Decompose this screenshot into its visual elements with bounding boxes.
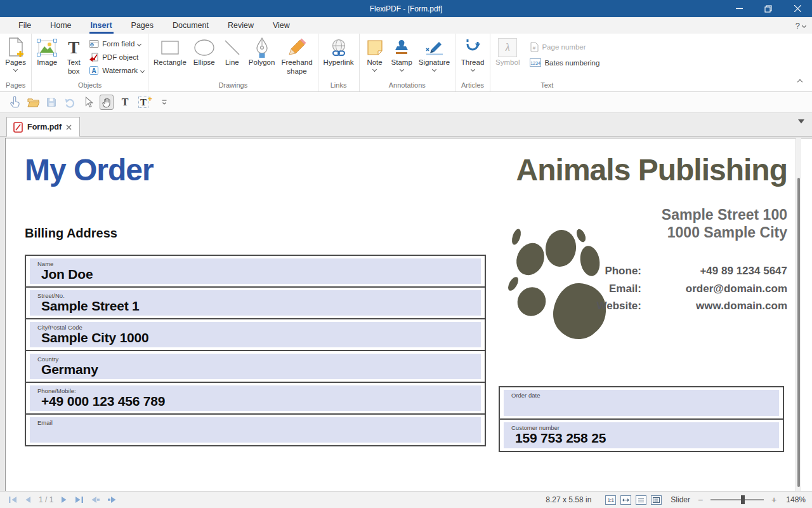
zoom-slider-track[interactable]: [710, 499, 764, 500]
billing-address-heading: Billing Address: [25, 226, 117, 241]
line-button[interactable]: Line: [219, 36, 246, 67]
contact-website: Website: www.domain.com: [578, 297, 787, 315]
menu-document[interactable]: Document: [163, 17, 218, 34]
actual-size-button[interactable]: 1:1: [605, 495, 616, 505]
menu-insert[interactable]: Insert: [81, 17, 122, 34]
rectangle-button[interactable]: Rectangle: [150, 36, 190, 67]
svg-text:1234: 1234: [531, 61, 541, 65]
chevron-down-icon: [802, 23, 806, 28]
pan-tool-active[interactable]: [100, 95, 114, 110]
menu-home[interactable]: Home: [41, 17, 81, 34]
ribbon-group-objects: Image T Text box Form field PDF object A: [32, 34, 148, 91]
collapse-ribbon-button[interactable]: [797, 79, 802, 84]
image-button[interactable]: Image: [34, 36, 60, 67]
group-caption-links: Links: [320, 81, 357, 91]
group-caption-objects: Objects: [34, 81, 146, 91]
fit-width-button[interactable]: [620, 495, 631, 505]
watermark-icon: A: [89, 65, 99, 76]
restore-icon: [764, 5, 772, 13]
note-button[interactable]: Note: [362, 36, 388, 71]
group-caption-pages: Pages: [2, 81, 29, 91]
hyperlink-button[interactable]: Hyperlink: [320, 36, 357, 67]
close-button[interactable]: [783, 0, 812, 17]
next-view-button[interactable]: [107, 496, 117, 504]
form-field-name[interactable]: Name Jon Doe: [30, 258, 481, 284]
tab-list-dropdown[interactable]: [798, 119, 804, 124]
bates-numbering-button[interactable]: 1234 Bates numbering: [528, 57, 601, 69]
tab-label: Form.pdf: [27, 123, 62, 131]
next-page-button[interactable]: [61, 496, 68, 504]
form-field-order-date[interactable]: Order date: [504, 390, 779, 416]
ribbon-group-text: λ Symbol # Page number 1234 Bates number…: [490, 34, 603, 91]
zoom-slider-handle[interactable]: [741, 495, 745, 504]
menu-file[interactable]: File: [9, 17, 41, 34]
svg-text:A: A: [92, 67, 96, 74]
undo-icon: [64, 97, 75, 108]
form-field-country[interactable]: Country Germany: [30, 354, 481, 379]
open-button[interactable]: [26, 95, 40, 110]
text-box-button[interactable]: T Text box: [60, 36, 87, 76]
single-page-view-button[interactable]: [636, 495, 646, 505]
previous-page-button[interactable]: [24, 496, 31, 504]
form-field-email[interactable]: Email: [30, 417, 481, 443]
ellipse-icon: [193, 37, 216, 58]
company-address: Sample Street 100 1000 Sample City: [662, 206, 787, 241]
stamp-button[interactable]: Stamp: [388, 36, 416, 71]
contact-email: Email: order@domain.com: [578, 280, 787, 298]
tab-form-pdf[interactable]: Form.pdf: [6, 117, 80, 137]
first-page-button[interactable]: [8, 496, 17, 504]
menu-bar: File Home Insert Pages Document Review V…: [0, 17, 812, 34]
hand-icon: [102, 97, 112, 108]
polygon-button[interactable]: Polygon: [246, 36, 278, 67]
save-button[interactable]: [44, 95, 58, 110]
ellipse-button[interactable]: Ellipse: [190, 36, 219, 67]
order-fieldset: Order date Customer number 159 753 258 2…: [499, 386, 784, 452]
group-caption-text: Text: [492, 81, 601, 91]
image-icon: [37, 37, 57, 58]
restore-button[interactable]: [754, 0, 783, 17]
pdf-object-button[interactable]: PDF object: [87, 51, 146, 63]
pages-button[interactable]: Pages: [2, 36, 29, 71]
chevron-down-icon: [137, 41, 141, 46]
help-icon: ?: [796, 21, 800, 30]
form-field-customer-number[interactable]: Customer number 159 753 258 25: [504, 422, 779, 448]
undo-button[interactable]: [63, 95, 77, 110]
thread-button[interactable]: Thread: [458, 36, 487, 71]
form-field-street[interactable]: Street/No. Sample Street 1: [30, 290, 481, 316]
minimize-button[interactable]: [724, 0, 754, 17]
previous-view-button[interactable]: [91, 496, 100, 504]
text-tool[interactable]: T: [118, 95, 132, 110]
last-page-button[interactable]: [75, 496, 84, 504]
open-folder-icon: [27, 97, 40, 108]
vertical-scrollbar[interactable]: [796, 138, 801, 491]
form-field-button[interactable]: Form field: [87, 37, 146, 50]
pdf-file-icon: [13, 122, 23, 133]
document-viewport: My Order Animals Publishing Billing Addr…: [0, 137, 812, 491]
scrollbar-thumb[interactable]: [797, 178, 800, 487]
menu-view[interactable]: View: [263, 17, 299, 34]
pdf-page[interactable]: My Order Animals Publishing Billing Addr…: [5, 138, 812, 491]
continuous-view-button[interactable]: [651, 495, 662, 505]
single-page-icon: [638, 497, 644, 503]
help-button[interactable]: ?: [796, 17, 806, 34]
menu-pages[interactable]: Pages: [122, 17, 163, 34]
form-field-city[interactable]: City/Postal Code Sample City 1000: [30, 322, 481, 347]
signature-button[interactable]: Signature: [416, 36, 453, 71]
freehand-shape-button[interactable]: Freehand shape: [278, 36, 315, 76]
fit-width-icon: [622, 498, 629, 502]
zoom-in-button[interactable]: +: [770, 495, 778, 505]
text-box-icon: T: [68, 37, 79, 58]
company-contacts: Phone: +49 89 1234 5647 Email: order@dom…: [578, 262, 787, 315]
chevron-down-icon: [471, 67, 475, 72]
select-tool[interactable]: [81, 95, 95, 110]
note-icon: [366, 37, 384, 58]
toolbar-overflow-button[interactable]: [157, 95, 171, 110]
add-text-tool[interactable]: T+: [136, 95, 150, 110]
hand-pointer-tool[interactable]: [8, 95, 22, 110]
form-field-phone[interactable]: Phone/Mobile: +49 000 123 456 789: [30, 385, 481, 411]
menu-review[interactable]: Review: [218, 17, 263, 34]
pages-icon: [7, 37, 25, 58]
watermark-button[interactable]: A Watermark: [87, 64, 146, 76]
tab-close-icon[interactable]: [66, 124, 72, 130]
zoom-out-button[interactable]: −: [697, 495, 704, 505]
